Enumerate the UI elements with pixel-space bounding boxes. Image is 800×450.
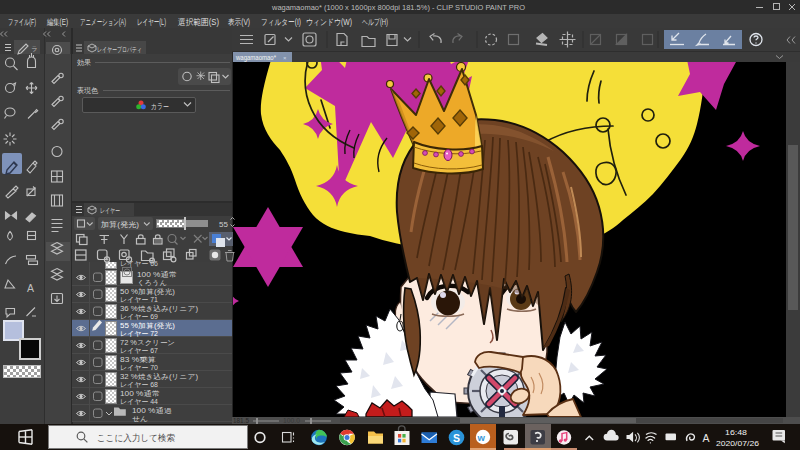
svg-text:181.5: 181.5	[233, 417, 249, 424]
svg-text:カラー: カラー	[151, 102, 169, 111]
svg-text:レイヤー: レイヤー	[100, 207, 120, 214]
svg-text:せん: せん	[132, 415, 148, 423]
svg-text:wagamaomao*: wagamaomao*	[235, 54, 276, 62]
svg-text:×: ×	[283, 55, 287, 61]
svg-text:ここに入力して検索: ここに入力して検索	[97, 433, 175, 443]
svg-text:100 %通過: 100 %通過	[132, 406, 172, 414]
svg-text:表現色: 表現色	[77, 86, 98, 95]
svg-text:w: w	[477, 432, 486, 443]
svg-text:72 %スクリーン: 72 %スクリーン	[120, 339, 175, 346]
svg-text:16:48: 16:48	[725, 428, 748, 437]
svg-text:レイヤー 67: レイヤー 67	[120, 347, 158, 354]
svg-text:ヘルプ(H): ヘルプ(H)	[362, 17, 388, 27]
svg-text:100 %通常: 100 %通常	[120, 389, 160, 397]
svg-text:アニメーション(A): アニメーション(A)	[80, 17, 126, 27]
svg-text:レイヤー 44: レイヤー 44	[120, 398, 158, 405]
svg-text:レイヤー 69: レイヤー 69	[120, 313, 158, 320]
svg-text:ファイル(F): ファイル(F)	[8, 17, 36, 27]
svg-text:表示(V): 表示(V)	[228, 17, 250, 27]
svg-text:50 %加算(発光): 50 %加算(発光)	[120, 288, 175, 296]
svg-text:編集(E): 編集(E)	[46, 17, 68, 27]
svg-text:83 %乗算: 83 %乗算	[120, 356, 156, 363]
svg-text:100.0: 100.0	[283, 417, 300, 424]
svg-text:レイヤー 68: レイヤー 68	[120, 381, 158, 388]
svg-text:wagamaomao* (1000 x 1600px 800: wagamaomao* (1000 x 1600px 800dpi 181.5%…	[271, 3, 525, 12]
svg-text:55 %加算(発光): 55 %加算(発光)	[120, 322, 175, 330]
svg-text:2020/07/26: 2020/07/26	[716, 439, 759, 448]
svg-text:A: A	[703, 432, 710, 444]
svg-text:レイヤー 71: レイヤー 71	[120, 296, 158, 303]
svg-text:ラ: ラ	[31, 45, 38, 52]
svg-text:レイヤープロパティ: レイヤープロパティ	[97, 46, 142, 54]
svg-text:A: A	[27, 282, 34, 294]
svg-text:加算(発光): 加算(発光)	[100, 220, 140, 229]
svg-text:36 %焼き込み(リニア): 36 %焼き込み(リニア)	[120, 304, 198, 313]
svg-text:100 %通常: 100 %通常	[137, 270, 177, 278]
svg-text:レイヤー 70: レイヤー 70	[120, 364, 158, 371]
svg-text:選択範囲(S): 選択範囲(S)	[178, 17, 219, 27]
svg-text:55: 55	[219, 220, 228, 229]
svg-text:レイヤー 72: レイヤー 72	[120, 330, 158, 337]
svg-text:レイヤー(L): レイヤー(L)	[137, 17, 166, 27]
svg-text:ウィンドウ(W): ウィンドウ(W)	[306, 17, 352, 27]
svg-text:32 %焼き込み(リニア): 32 %焼き込み(リニア)	[120, 372, 198, 381]
svg-text:効果: 効果	[77, 58, 91, 67]
svg-text:S: S	[453, 432, 460, 444]
svg-text:くろうん: くろうん	[137, 279, 167, 287]
svg-text:フィルター(I): フィルター(I)	[261, 17, 301, 27]
